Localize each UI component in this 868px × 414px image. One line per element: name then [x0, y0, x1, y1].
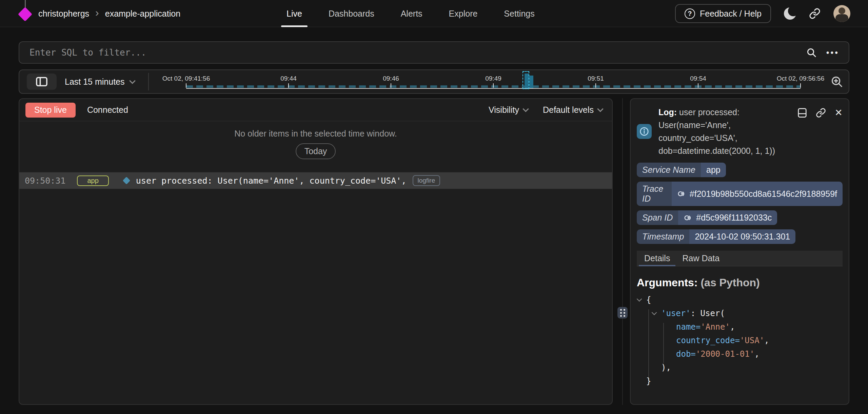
more-options-icon[interactable]: •••: [826, 48, 839, 58]
attribute-value: app: [701, 163, 726, 177]
tick-mark: [800, 83, 801, 88]
attribute-badge: Span ID#d5c996f11192033c: [637, 210, 777, 225]
timeline-selection[interactable]: [522, 71, 529, 89]
tick-label: Oct 02, 09:56:56: [777, 75, 825, 82]
split-panel-icon[interactable]: [797, 108, 807, 118]
default-levels-dropdown[interactable]: Default levels: [543, 105, 603, 115]
tab-alerts[interactable]: Alerts: [401, 0, 422, 27]
code-token: : User(: [691, 309, 725, 318]
help-circle-icon: ?: [685, 8, 695, 19]
code-line: }: [637, 374, 843, 388]
share-link-icon[interactable]: [809, 8, 821, 19]
attribute-value: 2024-10-02 09:50:31.301: [689, 229, 795, 244]
log-row[interactable]: 09:50:31 app user processed: User(name='…: [19, 172, 612, 189]
breadcrumb-project[interactable]: example-application: [105, 9, 180, 19]
code-token: 'Anne': [701, 322, 730, 332]
logfire-logo-icon[interactable]: [19, 0, 32, 27]
attribute-label: Trace ID: [637, 182, 672, 206]
topbar: christophergs › example-application Live…: [0, 0, 868, 27]
code-token: }: [646, 376, 651, 386]
link-icon: [684, 213, 692, 222]
sql-filter-bar: •••: [19, 41, 849, 64]
today-button[interactable]: Today: [296, 143, 336, 159]
code-line: name='Anne',: [637, 320, 843, 334]
sql-filter-input[interactable]: [19, 47, 806, 58]
timeline[interactable]: Oct 02, 09:41:5609:4409:4609:4909:5109:5…: [152, 70, 837, 93]
sidebar-toggle-button[interactable]: [27, 74, 57, 90]
tick-label: 09:51: [588, 75, 604, 82]
code-token: 'user': [661, 309, 691, 318]
tab-settings[interactable]: Settings: [504, 0, 534, 27]
tick-label: 09:54: [690, 75, 706, 82]
copy-link-icon[interactable]: [816, 108, 826, 118]
feedback-help-button[interactable]: ? Feedback / Help: [675, 4, 771, 23]
empty-state-message: No older items in the selected time wind…: [19, 121, 612, 139]
code-line: {: [637, 293, 843, 307]
attribute-badge: Trace ID#f2019b98b550cd8a61546c2f9188959…: [637, 182, 843, 206]
attribute-label: Service Name: [637, 163, 701, 177]
primary-nav: LiveDashboardsAlertsExploreSettings: [287, 0, 535, 27]
tick-label: 09:44: [280, 75, 297, 82]
detail-title-prefix: Log:: [658, 107, 677, 117]
breadcrumb-org[interactable]: christophergs: [38, 9, 89, 19]
detail-tab-details[interactable]: Details: [638, 251, 676, 266]
detail-tabs: DetailsRaw Data: [637, 251, 843, 266]
tick-mark: [391, 83, 391, 88]
tick-label: Oct 02, 09:41:56: [162, 75, 210, 82]
attribute-badge: Service Nameapp: [637, 163, 726, 177]
detail-tab-raw-data[interactable]: Raw Data: [676, 251, 726, 266]
code-token: 'USA': [740, 336, 764, 345]
scope-tag: logfire: [413, 175, 440, 186]
tab-dashboards[interactable]: Dashboards: [329, 0, 374, 27]
code-token: ),: [661, 363, 671, 372]
chevron-down-icon: [522, 106, 529, 112]
detail-title: Log: user processed: User(name='Anne', c…: [658, 106, 795, 157]
fold-chevron-icon[interactable]: [652, 310, 657, 315]
fold-chevron-icon[interactable]: [637, 296, 642, 302]
time-range-label: Last 15 minutes: [65, 77, 125, 87]
attribute-badge: Timestamp2024-10-02 09:50:31.301: [637, 229, 795, 244]
feedback-help-label: Feedback / Help: [700, 9, 762, 19]
attribute-value[interactable]: #d5c996f11192033c: [678, 210, 777, 225]
log-diamond-icon: [122, 177, 130, 185]
tab-live[interactable]: Live: [287, 0, 302, 27]
user-avatar[interactable]: [833, 5, 850, 22]
tick-mark: [698, 83, 698, 88]
tab-explore[interactable]: Explore: [449, 0, 478, 27]
time-bar: Last 15 minutes Oct 02, 09:41:5609:4409:…: [19, 69, 849, 94]
code-token: dob=: [676, 349, 696, 359]
attribute-label: Timestamp: [637, 229, 689, 244]
live-panel: Stop live Connected Visibility Default l…: [19, 98, 613, 405]
code-token: '2000-01-01': [696, 349, 754, 359]
stop-live-button[interactable]: Stop live: [25, 103, 76, 118]
detail-actions: ✕: [797, 108, 843, 118]
tick-mark: [186, 83, 186, 88]
panel-splitter: [622, 98, 623, 405]
theme-moon-icon[interactable]: [784, 7, 796, 20]
log-message: user processed: User(name='Anne', countr…: [136, 176, 407, 186]
chevron-right-icon: ›: [95, 7, 99, 18]
code-token: {: [646, 295, 651, 305]
arguments-heading: Arguments: (as Python): [637, 276, 843, 289]
connection-status: Connected: [87, 105, 128, 115]
attribute-badges: Service NameappTrace ID#f2019b98b550cd8a…: [637, 163, 843, 244]
attribute-value[interactable]: #f2019b98b550cd8a61546c2f9188959f: [672, 182, 843, 206]
splitter-drag-handle[interactable]: [617, 307, 628, 318]
topbar-actions: ? Feedback / Help: [675, 0, 850, 27]
chevron-down-icon: [597, 106, 603, 112]
search-icon[interactable]: [806, 47, 817, 58]
code-token: ,: [764, 336, 769, 345]
tick-mark: [595, 83, 596, 88]
visibility-dropdown[interactable]: Visibility: [489, 105, 528, 115]
time-range-dropdown[interactable]: Last 15 minutes: [65, 70, 135, 93]
chevron-down-icon: [129, 78, 135, 84]
tick-label: 09:49: [485, 75, 501, 82]
log-timestamp: 09:50:31: [25, 176, 65, 186]
live-panel-header: Stop live Connected Visibility Default l…: [19, 99, 612, 121]
code-token: name=: [676, 322, 701, 332]
close-icon[interactable]: ✕: [835, 108, 843, 118]
link-icon: [677, 189, 686, 198]
zoom-in-icon[interactable]: [830, 75, 843, 88]
code-line: dob='2000-01-01',: [637, 347, 843, 361]
code-line: country_code='USA',: [637, 334, 843, 347]
